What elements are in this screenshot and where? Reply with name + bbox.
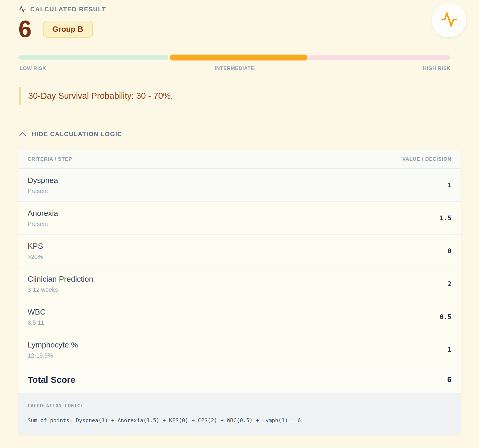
- activity-pulse-icon: [18, 5, 26, 13]
- risk-segment-high: [309, 55, 451, 60]
- table-row: WBC 8.5-11 0.5: [18, 300, 461, 333]
- criteria-name: KPS: [28, 242, 43, 251]
- risk-segment-intermediate-active: [170, 55, 307, 60]
- criteria-value: 1: [448, 181, 451, 189]
- calculation-formula: Sum of points: Dyspnea(1) + Anorexia(1.5…: [28, 417, 451, 423]
- risk-label-high: HIGH RISK: [423, 66, 451, 71]
- risk-label-low: LOW RISK: [20, 66, 46, 71]
- criteria-name: Clinician Prediction: [28, 275, 93, 284]
- criteria-value: 0: [448, 247, 451, 255]
- criteria-detail: >20%: [28, 254, 43, 260]
- risk-label-intermediate: INTERMEDIATE: [215, 66, 254, 71]
- total-score-label: Total Score: [28, 375, 75, 385]
- calculation-logic-heading: CALCULATION LOGIC:: [28, 403, 451, 409]
- criteria-name: Dyspnea: [28, 176, 58, 185]
- table-row: Dyspnea Present 1: [18, 169, 461, 202]
- criteria-detail: Present: [28, 221, 58, 227]
- risk-meter-labels: LOW RISK INTERMEDIATE HIGH RISK: [18, 66, 451, 72]
- criteria-value: 2: [448, 280, 451, 288]
- app-logo-badge: [432, 3, 466, 37]
- risk-meter: LOW RISK INTERMEDIATE HIGH RISK: [18, 55, 451, 72]
- panel-header: CALCULATED RESULT: [18, 5, 461, 13]
- calculation-logic-footer: CALCULATION LOGIC: Sum of points: Dyspne…: [18, 393, 461, 435]
- total-score-row: Total Score 6: [18, 366, 461, 393]
- criteria-detail: 12-19.9%: [28, 352, 78, 359]
- table-row: KPS >20% 0: [18, 235, 461, 267]
- survival-probability-text: 30-Day Survival Probability: 30 - 70%.: [28, 91, 173, 101]
- toggle-label: HIDE CALCULATION LOGIC: [32, 130, 122, 138]
- survival-probability-callout: 30-Day Survival Probability: 30 - 70%.: [19, 87, 461, 105]
- score-value: 6: [18, 17, 32, 41]
- section-divider: [18, 121, 461, 121]
- criteria-value: 1.5: [440, 214, 451, 222]
- result-panel: CALCULATED RESULT 6 Group B LOW RISK INT…: [0, 0, 479, 435]
- criteria-detail: 3-12 weeks: [28, 286, 93, 293]
- table-row: Clinician Prediction 3-12 weeks 2: [18, 267, 461, 300]
- column-header-value: VALUE / DECISION: [402, 156, 451, 162]
- risk-meter-track: [18, 55, 451, 60]
- risk-segment-low: [18, 55, 168, 60]
- activity-pulse-icon: [440, 11, 458, 29]
- table-row: Lymphocyte % 12-19.9% 1: [18, 333, 461, 366]
- score-row: 6 Group B: [18, 17, 461, 41]
- table-header: CRITERIA / STEP VALUE / DECISION: [18, 150, 461, 169]
- criteria-name: Lymphocyte %: [28, 340, 78, 350]
- table-row: Anorexia Present 1.5: [18, 202, 461, 235]
- criteria-detail: Present: [28, 188, 58, 194]
- criteria-value: 0.5: [440, 313, 451, 321]
- column-header-criteria: CRITERIA / STEP: [28, 156, 72, 162]
- criteria-name: Anorexia: [28, 209, 58, 218]
- total-score-value: 6: [447, 376, 451, 384]
- calculation-logic-card: CRITERIA / STEP VALUE / DECISION Dyspnea…: [18, 150, 461, 435]
- criteria-detail: 8.5-11: [28, 319, 46, 326]
- hide-calculation-logic-toggle[interactable]: HIDE CALCULATION LOGIC: [18, 130, 461, 138]
- panel-title: CALCULATED RESULT: [30, 6, 106, 13]
- criteria-value: 1: [448, 346, 451, 353]
- criteria-name: WBC: [28, 307, 46, 317]
- chevron-up-icon: [19, 132, 26, 136]
- group-badge: Group B: [43, 21, 93, 38]
